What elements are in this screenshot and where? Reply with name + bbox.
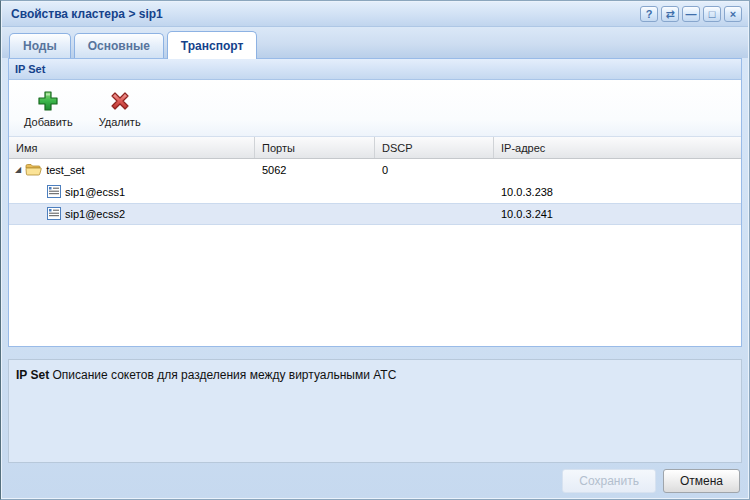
tab-bar: Ноды Основные Транспорт xyxy=(2,27,748,58)
help-button[interactable]: ? xyxy=(640,6,658,22)
table-row-sip1-ecss2[interactable]: sip1@ecss2 10.0.3.241 xyxy=(9,203,741,225)
window-titlebar: Свойства кластера > sip1 ? ⇄ — □ × xyxy=(2,2,748,27)
grid-body: ◢ test_set 5062 0 xyxy=(9,159,741,346)
close-icon: × xyxy=(730,9,736,20)
grid-header: Имя Порты DSCP IP-адрес xyxy=(9,137,741,159)
description-panel: IP Set Описание сокетов для разделения м… xyxy=(8,359,742,463)
description-text: Описание сокетов для разделения между ви… xyxy=(49,368,396,382)
row-name-label: sip1@ecss1 xyxy=(65,186,125,198)
row-dscp-value: 0 xyxy=(375,164,494,176)
table-row-sip1-ecss1[interactable]: sip1@ecss1 10.0.3.238 xyxy=(9,181,741,203)
row-name-label: sip1@ecss2 xyxy=(65,208,125,220)
help-icon: ? xyxy=(646,9,653,20)
tab-transport[interactable]: Транспорт xyxy=(167,31,257,59)
minimize-button[interactable]: — xyxy=(682,6,700,22)
folder-icon xyxy=(25,163,42,178)
window-controls: ? ⇄ — □ × xyxy=(640,6,742,22)
minimize-icon: — xyxy=(686,9,697,20)
window-title: Свойства кластера > sip1 xyxy=(11,7,640,21)
socket-list-icon xyxy=(47,185,61,200)
ipset-toolbar: Добавить Удалить xyxy=(9,80,741,137)
refresh-button[interactable]: ⇄ xyxy=(661,6,679,22)
ipset-grid: Имя Порты DSCP IP-адрес ◢ xyxy=(9,137,741,346)
ipset-panel-header: IP Set xyxy=(9,59,741,80)
plus-icon xyxy=(36,89,60,113)
tab-basic[interactable]: Основные xyxy=(74,33,164,59)
footer-bar: Сохранить Отмена xyxy=(8,467,742,495)
delete-button-label: Удалить xyxy=(99,116,141,128)
ipset-panel: IP Set Добавить xyxy=(8,58,742,347)
save-button[interactable]: Сохранить xyxy=(562,469,656,493)
delete-button[interactable]: Удалить xyxy=(92,86,148,131)
tab-nodes[interactable]: Ноды xyxy=(9,33,71,59)
row-name-label: test_set xyxy=(46,164,85,176)
column-header-ports[interactable]: Порты xyxy=(255,137,375,158)
tree-expander-icon[interactable]: ◢ xyxy=(15,166,21,174)
cluster-properties-window: Свойства кластера > sip1 ? ⇄ — □ × Ноды … xyxy=(0,0,750,500)
maximize-icon: □ xyxy=(709,9,716,20)
row-ip-value: 10.0.3.241 xyxy=(494,208,741,220)
delete-x-icon xyxy=(108,89,132,113)
table-row-test-set[interactable]: ◢ test_set 5062 0 xyxy=(9,159,741,181)
close-button[interactable]: × xyxy=(724,6,742,22)
column-header-name[interactable]: Имя xyxy=(9,137,255,158)
cancel-button[interactable]: Отмена xyxy=(663,469,740,493)
maximize-button[interactable]: □ xyxy=(703,6,721,22)
socket-list-icon xyxy=(47,207,61,222)
row-ip-value: 10.0.3.238 xyxy=(494,186,741,198)
column-header-ip[interactable]: IP-адрес xyxy=(494,137,741,158)
add-button[interactable]: Добавить xyxy=(19,86,78,131)
add-button-label: Добавить xyxy=(24,116,73,128)
row-ports-value: 5062 xyxy=(255,164,375,176)
refresh-icon: ⇄ xyxy=(665,9,674,20)
description-title: IP Set xyxy=(16,368,49,382)
column-header-dscp[interactable]: DSCP xyxy=(375,137,494,158)
